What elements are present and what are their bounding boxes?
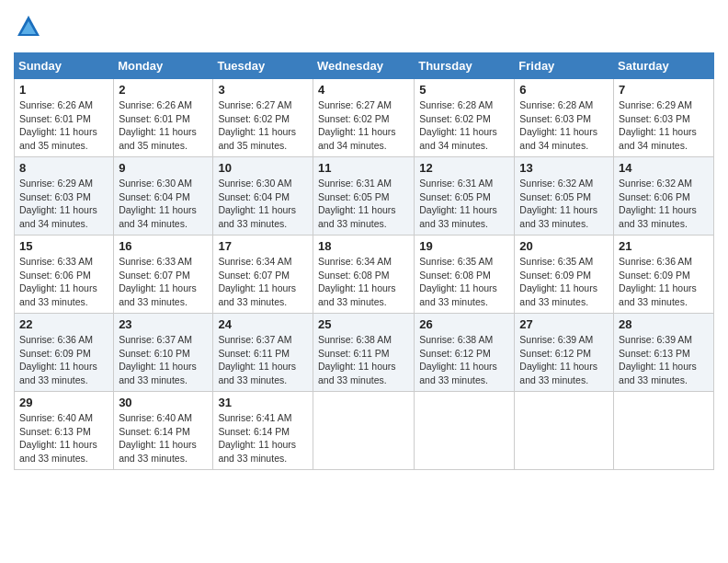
day-number: 17 (218, 239, 308, 253)
calendar-cell: 15 Sunrise: 6:33 AM Sunset: 6:06 PM Dayl… (15, 236, 114, 314)
day-number: 7 (619, 83, 709, 97)
day-number: 29 (19, 396, 108, 409)
day-info: Sunrise: 6:34 AM Sunset: 6:07 PM Dayligh… (218, 255, 308, 309)
day-info: Sunrise: 6:28 AM Sunset: 6:02 PM Dayligh… (419, 98, 509, 153)
day-info: Sunrise: 6:29 AM Sunset: 6:03 PM Dayligh… (19, 177, 108, 231)
calendar-cell: 2 Sunrise: 6:26 AM Sunset: 6:01 PM Dayli… (114, 79, 213, 157)
day-number: 8 (19, 161, 108, 175)
calendar-cell: 4 Sunrise: 6:27 AM Sunset: 6:02 PM Dayli… (313, 79, 414, 157)
weekday-header-friday: Friday (515, 53, 614, 79)
calendar-cell: 26 Sunrise: 6:38 AM Sunset: 6:12 PM Dayl… (415, 314, 515, 392)
day-number: 9 (119, 161, 208, 175)
day-number: 10 (218, 161, 308, 175)
day-info: Sunrise: 6:38 AM Sunset: 6:12 PM Dayligh… (419, 333, 509, 387)
day-info: Sunrise: 6:38 AM Sunset: 6:11 PM Dayligh… (318, 333, 409, 387)
logo (14, 14, 41, 43)
calendar-cell: 27 Sunrise: 6:39 AM Sunset: 6:12 PM Dayl… (515, 314, 614, 392)
calendar-table: SundayMondayTuesdayWednesdayThursdayFrid… (14, 52, 714, 470)
calendar-cell: 1 Sunrise: 6:26 AM Sunset: 6:01 PM Dayli… (15, 79, 114, 157)
calendar-cell: 17 Sunrise: 6:34 AM Sunset: 6:07 PM Dayl… (213, 236, 313, 314)
day-number: 31 (218, 396, 308, 409)
day-info: Sunrise: 6:41 AM Sunset: 6:14 PM Dayligh… (218, 411, 308, 465)
day-info: Sunrise: 6:40 AM Sunset: 6:14 PM Dayligh… (119, 411, 208, 465)
day-info: Sunrise: 6:35 AM Sunset: 6:09 PM Dayligh… (519, 255, 609, 309)
week-row-5: 29 Sunrise: 6:40 AM Sunset: 6:13 PM Dayl… (15, 392, 714, 470)
day-info: Sunrise: 6:36 AM Sunset: 6:09 PM Dayligh… (19, 333, 108, 387)
calendar-cell: 6 Sunrise: 6:28 AM Sunset: 6:03 PM Dayli… (515, 79, 614, 157)
calendar-cell: 14 Sunrise: 6:32 AM Sunset: 6:06 PM Dayl… (614, 157, 714, 236)
day-number: 27 (519, 317, 609, 331)
day-info: Sunrise: 6:31 AM Sunset: 6:05 PM Dayligh… (318, 177, 409, 231)
weekday-header-thursday: Thursday (415, 53, 515, 79)
day-info: Sunrise: 6:27 AM Sunset: 6:02 PM Dayligh… (318, 98, 409, 153)
calendar-cell (415, 392, 515, 470)
day-info: Sunrise: 6:31 AM Sunset: 6:05 PM Dayligh… (419, 177, 509, 231)
week-row-2: 8 Sunrise: 6:29 AM Sunset: 6:03 PM Dayli… (15, 157, 714, 236)
calendar-cell: 7 Sunrise: 6:29 AM Sunset: 6:03 PM Dayli… (614, 79, 714, 157)
calendar-cell: 3 Sunrise: 6:27 AM Sunset: 6:02 PM Dayli… (213, 79, 313, 157)
day-info: Sunrise: 6:39 AM Sunset: 6:13 PM Dayligh… (619, 333, 709, 387)
weekday-header-saturday: Saturday (614, 53, 714, 79)
calendar-cell: 28 Sunrise: 6:39 AM Sunset: 6:13 PM Dayl… (614, 314, 714, 392)
day-info: Sunrise: 6:28 AM Sunset: 6:03 PM Dayligh… (519, 98, 609, 153)
day-number: 3 (218, 83, 308, 97)
day-info: Sunrise: 6:30 AM Sunset: 6:04 PM Dayligh… (218, 177, 308, 231)
day-number: 14 (619, 161, 709, 175)
calendar-cell: 11 Sunrise: 6:31 AM Sunset: 6:05 PM Dayl… (313, 157, 414, 236)
day-info: Sunrise: 6:29 AM Sunset: 6:03 PM Dayligh… (619, 98, 709, 153)
calendar-cell: 16 Sunrise: 6:33 AM Sunset: 6:07 PM Dayl… (114, 236, 213, 314)
weekday-header-sunday: Sunday (15, 53, 114, 79)
calendar-cell (313, 392, 414, 470)
day-number: 20 (519, 239, 609, 253)
calendar-cell: 12 Sunrise: 6:31 AM Sunset: 6:05 PM Dayl… (415, 157, 515, 236)
day-number: 26 (419, 317, 509, 331)
weekday-header-row: SundayMondayTuesdayWednesdayThursdayFrid… (15, 53, 714, 79)
calendar-cell: 21 Sunrise: 6:36 AM Sunset: 6:09 PM Dayl… (614, 236, 714, 314)
day-info: Sunrise: 6:33 AM Sunset: 6:07 PM Dayligh… (119, 255, 208, 309)
calendar-cell: 29 Sunrise: 6:40 AM Sunset: 6:13 PM Dayl… (15, 392, 114, 470)
day-info: Sunrise: 6:27 AM Sunset: 6:02 PM Dayligh… (218, 98, 308, 153)
calendar-cell (515, 392, 614, 470)
calendar-cell: 20 Sunrise: 6:35 AM Sunset: 6:09 PM Dayl… (515, 236, 614, 314)
day-number: 12 (419, 161, 509, 175)
day-number: 21 (619, 239, 709, 253)
day-info: Sunrise: 6:34 AM Sunset: 6:08 PM Dayligh… (318, 255, 409, 309)
calendar-cell: 18 Sunrise: 6:34 AM Sunset: 6:08 PM Dayl… (313, 236, 414, 314)
day-number: 15 (19, 239, 108, 253)
calendar-cell: 22 Sunrise: 6:36 AM Sunset: 6:09 PM Dayl… (15, 314, 114, 392)
calendar-cell: 10 Sunrise: 6:30 AM Sunset: 6:04 PM Dayl… (213, 157, 313, 236)
weekday-header-monday: Monday (114, 53, 213, 79)
day-number: 1 (19, 83, 108, 97)
day-number: 11 (318, 161, 409, 175)
day-info: Sunrise: 6:33 AM Sunset: 6:06 PM Dayligh… (19, 255, 108, 309)
day-number: 18 (318, 239, 409, 253)
day-number: 4 (318, 83, 409, 97)
week-row-3: 15 Sunrise: 6:33 AM Sunset: 6:06 PM Dayl… (15, 236, 714, 314)
day-info: Sunrise: 6:32 AM Sunset: 6:06 PM Dayligh… (619, 177, 709, 231)
day-number: 23 (119, 317, 208, 331)
calendar-cell: 5 Sunrise: 6:28 AM Sunset: 6:02 PM Dayli… (415, 79, 515, 157)
day-info: Sunrise: 6:30 AM Sunset: 6:04 PM Dayligh… (119, 177, 208, 231)
calendar-cell: 31 Sunrise: 6:41 AM Sunset: 6:14 PM Dayl… (213, 392, 313, 470)
day-info: Sunrise: 6:37 AM Sunset: 6:10 PM Dayligh… (119, 333, 208, 387)
day-number: 28 (619, 317, 709, 331)
day-info: Sunrise: 6:37 AM Sunset: 6:11 PM Dayligh… (218, 333, 308, 387)
day-number: 30 (119, 396, 208, 409)
day-number: 5 (419, 83, 509, 97)
day-info: Sunrise: 6:35 AM Sunset: 6:08 PM Dayligh… (419, 255, 509, 309)
calendar-cell: 24 Sunrise: 6:37 AM Sunset: 6:11 PM Dayl… (213, 314, 313, 392)
calendar-cell: 13 Sunrise: 6:32 AM Sunset: 6:05 PM Dayl… (515, 157, 614, 236)
calendar-cell: 19 Sunrise: 6:35 AM Sunset: 6:08 PM Dayl… (415, 236, 515, 314)
day-number: 22 (19, 317, 108, 331)
header (14, 14, 714, 43)
day-number: 16 (119, 239, 208, 253)
calendar-body: 1 Sunrise: 6:26 AM Sunset: 6:01 PM Dayli… (15, 79, 714, 470)
day-number: 6 (519, 83, 609, 97)
calendar-cell (614, 392, 714, 470)
calendar-cell: 30 Sunrise: 6:40 AM Sunset: 6:14 PM Dayl… (114, 392, 213, 470)
week-row-4: 22 Sunrise: 6:36 AM Sunset: 6:09 PM Dayl… (15, 314, 714, 392)
logo-icon (16, 14, 41, 40)
day-info: Sunrise: 6:32 AM Sunset: 6:05 PM Dayligh… (519, 177, 609, 231)
weekday-header-tuesday: Tuesday (213, 53, 313, 79)
day-info: Sunrise: 6:26 AM Sunset: 6:01 PM Dayligh… (119, 98, 208, 153)
